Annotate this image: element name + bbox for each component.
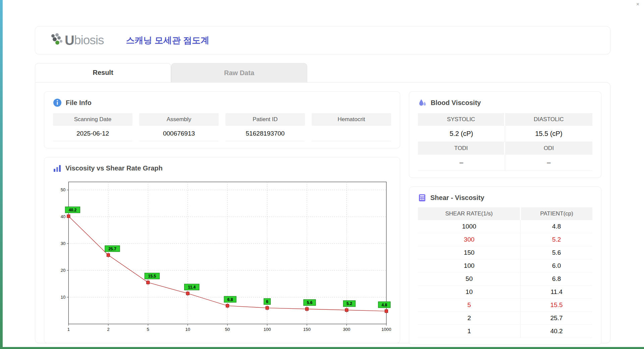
blood-viscosity-card: Blood Viscosity SYSTOLIC DIASTOLIC 5.2 (… [409,91,601,178]
svg-text:5.6: 5.6 [307,300,313,305]
patient-cell: 5.2 [521,233,592,246]
patient-cell: 40.2 [521,325,592,338]
diastolic-value: 15.5 (cP) [505,126,592,142]
svg-text:30: 30 [61,241,66,246]
app-window: × Ubiosis 스캐닝 모세관 점도계 Result Raw Data [3,0,644,347]
table-row: 1006.0 [418,259,592,272]
field-value: 000676913 [139,126,219,141]
table-row: 225.7 [418,312,592,325]
grape-cluster-icon [50,33,64,46]
table-row: 10004.8 [418,220,592,233]
graph-card: Viscosity vs Shear Rate Graph 1020304050… [44,157,400,343]
field-value: 2025-06-12 [53,126,132,141]
field-assembly: Assembly 000676913 [139,113,219,141]
field-value [312,126,391,141]
table-row: 3005.2 [418,233,592,246]
patient-cell: 11.4 [521,286,592,299]
tab-bar: Result Raw Data [35,63,610,82]
shear-cell: 150 [418,246,521,259]
svg-text:300: 300 [343,327,351,332]
systolic-value: 5.2 (cP) [418,126,505,142]
col-patient: PATIENT(cp) [521,207,592,220]
svg-text:10: 10 [185,327,190,332]
svg-text:11.4: 11.4 [188,285,196,290]
field-label: Assembly [139,113,219,126]
table-row: 506.8 [418,272,592,286]
table-header-row: SHEAR RATE(1/s) PATIENT(cp) [418,207,592,220]
patient-cell: 4.8 [521,220,592,233]
file-info-card: File Info Scanning Date 2025-06-12 Assem… [44,91,400,148]
svg-text:15.5: 15.5 [148,274,156,279]
tab-content: File Info Scanning Date 2025-06-12 Assem… [35,82,610,343]
file-info-fields: Scanning Date 2025-06-12 Assembly 000676… [53,113,391,141]
graph-title-row: Viscosity vs Shear Rate Graph [53,164,391,172]
blood-viscosity-grid: SYSTOLIC DIASTOLIC 5.2 (cP) 15.5 (cP) TO… [418,113,592,171]
svg-text:50: 50 [225,327,230,332]
diastolic-label: DIASTOLIC [505,113,592,126]
viscosity-chart: 10203040501251050100150300100040.225.715… [53,177,391,336]
patient-cell: 25.7 [521,312,592,325]
bar-chart-icon [53,164,61,172]
field-label: Patient ID [225,113,305,126]
header-card: Ubiosis 스캐닝 모세관 점도계 [35,26,610,54]
page-title: 스캐닝 모세관 점도계 [126,35,209,46]
blood-viscosity-title-row: Blood Viscosity [418,98,592,107]
svg-text:25.7: 25.7 [108,247,116,251]
svg-text:150: 150 [303,327,311,332]
svg-text:40: 40 [61,214,66,219]
shear-cell: 10 [418,286,521,299]
tab-result[interactable]: Result [35,63,171,82]
field-label: Scanning Date [53,113,132,126]
svg-text:1000: 1000 [381,327,391,332]
droplet-icon [418,98,427,107]
field-scanning-date: Scanning Date 2025-06-12 [53,113,132,141]
right-column: Blood Viscosity SYSTOLIC DIASTOLIC 5.2 (… [409,91,601,334]
shear-viscosity-card: Shear - Viscosity SHEAR RATE(1/s) PATIEN… [409,187,601,345]
blood-viscosity-title: Blood Viscosity [431,99,481,107]
svg-text:50: 50 [61,187,66,192]
field-label: Hematocrit [312,113,391,126]
table-grid-icon [418,194,426,202]
todi-label: TODI [418,142,505,155]
svg-text:2: 2 [107,327,109,332]
table-row: 1505.6 [418,246,592,259]
patient-cell: 6.0 [521,259,592,272]
shear-cell: 5 [418,299,521,312]
patient-cell: 15.5 [521,299,592,312]
odi-value: – [505,155,592,171]
info-icon [53,98,62,107]
brand-logo: Ubiosis [50,33,104,48]
main-area: Ubiosis 스캐닝 모세관 점도계 Result Raw Data [3,0,644,343]
patient-cell: 5.6 [521,246,592,259]
left-column: File Info Scanning Date 2025-06-12 Assem… [44,91,400,334]
svg-text:1: 1 [67,327,70,332]
close-icon[interactable]: × [636,1,639,7]
brand-text-rest: biosis [74,33,104,47]
systolic-label: SYSTOLIC [418,113,505,126]
shear-cell: 1000 [418,220,521,233]
patient-cell: 6.8 [521,272,592,286]
svg-text:6: 6 [266,299,268,304]
svg-text:40.2: 40.2 [69,208,77,212]
field-hematocrit: Hematocrit [312,113,391,141]
tab-raw-data[interactable]: Raw Data [171,63,307,82]
svg-text:20: 20 [61,268,66,273]
svg-text:5.2: 5.2 [346,301,352,306]
svg-text:4.8: 4.8 [381,303,387,307]
shear-cell: 300 [418,233,521,246]
shear-cell: 50 [418,272,521,286]
file-info-title: File Info [66,99,92,107]
todi-value: – [418,155,505,171]
svg-text:100: 100 [264,327,271,332]
table-row: 1011.4 [418,286,592,299]
odi-label: ODI [505,142,592,155]
shear-viscosity-title: Shear - Viscosity [430,194,484,202]
brand-text-u: U [65,33,74,48]
table-row: 140.2 [418,325,592,338]
field-value: 51628193700 [225,126,305,141]
table-row: 515.5 [418,299,592,312]
shear-viscosity-title-row: Shear - Viscosity [418,194,592,202]
svg-text:6.8: 6.8 [227,297,233,302]
svg-text:5: 5 [147,327,149,332]
shear-cell: 100 [418,259,521,272]
